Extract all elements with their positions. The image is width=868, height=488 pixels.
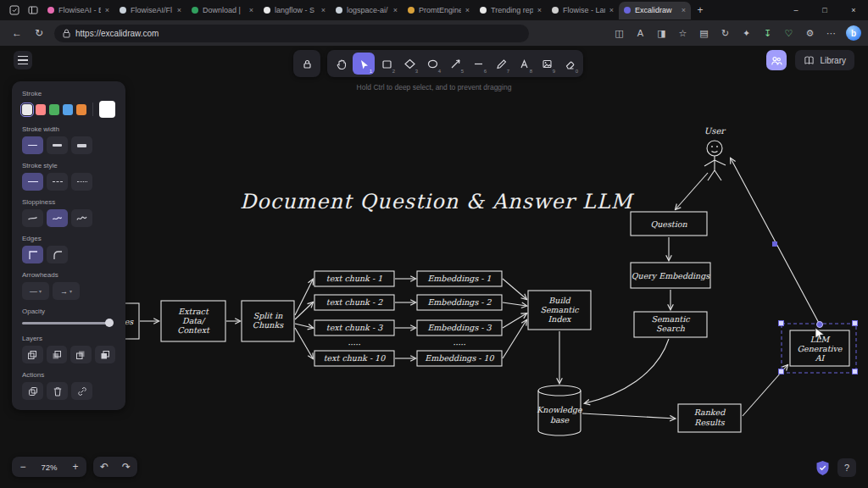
tab[interactable]: Flowise - Lan×: [547, 2, 619, 19]
drawing-canvas[interactable]: Document Question & Answer LLM User es E…: [0, 46, 868, 488]
side-panel-icon[interactable]: ◨: [652, 24, 671, 42]
tab[interactable]: logspace-ai/×: [331, 2, 403, 19]
chunks-ellipsis[interactable]: .....: [348, 337, 360, 347]
tab[interactable]: Download |×: [186, 2, 259, 19]
sloppiness-artist-button[interactable]: [47, 209, 68, 227]
downloads-icon[interactable]: ↧: [758, 24, 777, 42]
minimize-button[interactable]: –: [782, 0, 810, 20]
tab-close-icon[interactable]: ×: [249, 6, 253, 14]
delete-button[interactable]: [47, 382, 68, 400]
node-text-chunk-10[interactable]: text chunk - 10: [314, 351, 394, 366]
line-midpoint-handle[interactable]: [772, 241, 777, 247]
bring-forward-button[interactable]: [70, 346, 92, 363]
bring-to-front-button[interactable]: [95, 346, 116, 363]
arrowhead-start-button[interactable]: —▾: [22, 282, 49, 300]
close-button[interactable]: ×: [839, 0, 868, 20]
stroke-width-thin-button[interactable]: [22, 136, 43, 154]
collections-icon[interactable]: ▤: [694, 24, 714, 42]
node-question[interactable]: Question: [631, 212, 707, 236]
sloppiness-cartoonist-button[interactable]: [71, 209, 92, 227]
hand-tool[interactable]: [330, 53, 352, 75]
maximize-button[interactable]: □: [810, 0, 839, 20]
stroke-color-swatch[interactable]: [49, 104, 59, 115]
stroke-style-dashed-button[interactable]: [47, 173, 68, 191]
send-backward-button[interactable]: [47, 346, 68, 363]
stroke-style-dotted-button[interactable]: [71, 173, 92, 191]
tab[interactable]: PromtEngine×: [403, 2, 475, 19]
sloppiness-architect-button[interactable]: [22, 209, 43, 227]
settings-icon[interactable]: ⚙: [800, 24, 820, 42]
tab-close-icon[interactable]: ×: [321, 6, 326, 14]
workspaces-icon[interactable]: [5, 2, 24, 19]
sparkle-icon[interactable]: ✦: [737, 24, 756, 42]
node-query-embeddings[interactable]: Query Embeddings: [631, 263, 710, 288]
diamond-tool[interactable]: 3: [398, 53, 420, 75]
stroke-width-bold-button[interactable]: [47, 136, 68, 154]
user-figure[interactable]: User: [704, 126, 726, 180]
node-embeddings-2[interactable]: Embeddings - 2: [417, 295, 502, 310]
stroke-style-solid-button[interactable]: [22, 173, 43, 191]
edges-round-button[interactable]: [47, 246, 68, 263]
profile-avatar[interactable]: b: [846, 25, 861, 41]
library-button[interactable]: Library: [795, 50, 854, 70]
rectangle-tool[interactable]: 2: [376, 53, 398, 75]
address-bar[interactable]: https://excalidraw.com: [54, 25, 529, 42]
current-stroke-color[interactable]: [99, 101, 115, 118]
tab[interactable]: FlowiseAI - B×: [42, 2, 114, 19]
stroke-color-swatch[interactable]: [76, 104, 86, 115]
node-text-chunk-3[interactable]: text chunk - 3: [314, 320, 394, 336]
browser-essentials-icon[interactable]: ♡: [779, 24, 798, 42]
favorites-icon[interactable]: ☆: [673, 24, 693, 42]
opacity-slider[interactable]: [22, 319, 112, 327]
help-button[interactable]: ?: [837, 458, 856, 477]
history-icon[interactable]: ↻: [715, 24, 735, 42]
lock-tool[interactable]: [296, 53, 318, 75]
tab-layout-icon[interactable]: [24, 2, 42, 19]
node-build-index[interactable]: Build Semantic Index: [528, 291, 591, 330]
tab-active-excalidraw[interactable]: Excalidraw×: [619, 2, 691, 19]
ellipse-tool[interactable]: 4: [421, 53, 443, 75]
send-to-back-button[interactable]: [22, 346, 43, 363]
eraser-tool[interactable]: 0: [559, 53, 581, 75]
node-ranked-results[interactable]: Ranked Results: [678, 404, 741, 432]
slider-thumb[interactable]: [105, 319, 114, 327]
tab-close-icon[interactable]: ×: [393, 6, 398, 14]
diagram-title[interactable]: Document Question & Answer LLM: [240, 190, 635, 214]
back-icon[interactable]: ←: [7, 24, 27, 42]
text-tool[interactable]: 8: [513, 53, 535, 75]
selection-tool[interactable]: 1: [353, 53, 375, 75]
more-menu-icon[interactable]: ⋯: [821, 24, 841, 42]
node-text-chunk-1[interactable]: text chunk - 1: [314, 271, 394, 286]
line-tool[interactable]: 6: [467, 53, 489, 75]
tab[interactable]: Trending rep×: [475, 2, 547, 19]
tab-close-icon[interactable]: ×: [682, 6, 686, 14]
node-embeddings-10[interactable]: Embeddings - 10: [417, 351, 502, 366]
new-tab-button[interactable]: +: [691, 2, 709, 19]
refresh-icon[interactable]: ↻: [29, 24, 49, 42]
split-screen-icon[interactable]: ◫: [609, 24, 629, 42]
embeddings-ellipsis[interactable]: .....: [453, 337, 465, 347]
tab-close-icon[interactable]: ×: [609, 6, 614, 14]
duplicate-button[interactable]: [22, 382, 43, 400]
tab-close-icon[interactable]: ×: [177, 6, 181, 14]
node-extract[interactable]: Extract Data/ Context: [161, 301, 225, 341]
tab-close-icon[interactable]: ×: [105, 6, 109, 14]
main-menu-button[interactable]: [14, 51, 32, 69]
tab-close-icon[interactable]: ×: [465, 6, 470, 14]
node-split[interactable]: Split in Chunks: [242, 301, 294, 341]
node-embeddings-1[interactable]: Embeddings - 1: [417, 271, 502, 286]
tab[interactable]: langflow - S×: [259, 2, 331, 19]
stroke-color-swatch[interactable]: [36, 104, 46, 115]
zoom-out-button[interactable]: −: [12, 457, 34, 477]
arrowhead-end-button[interactable]: →▾: [53, 282, 80, 300]
tab-close-icon[interactable]: ×: [537, 6, 542, 14]
arrow-tool[interactable]: 5: [444, 53, 466, 75]
image-tool[interactable]: 9: [536, 53, 558, 75]
collaboration-button[interactable]: [766, 50, 787, 70]
stroke-color-swatch[interactable]: [63, 104, 73, 115]
zoom-level[interactable]: 72%: [34, 463, 64, 472]
read-aloud-icon[interactable]: A: [631, 24, 650, 42]
stroke-color-swatch[interactable]: [22, 104, 32, 115]
tab[interactable]: FlowiseAI/Fl×: [114, 2, 186, 19]
node-embeddings-3[interactable]: Embeddings - 3: [417, 320, 502, 336]
